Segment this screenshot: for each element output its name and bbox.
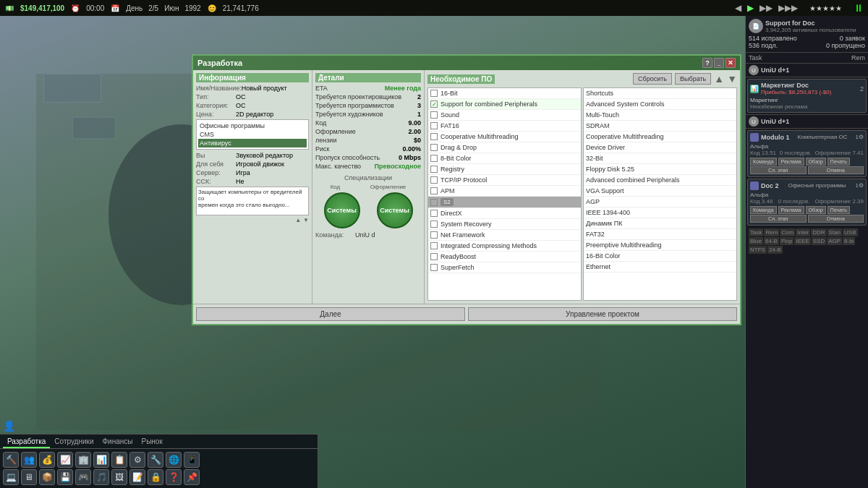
icon-disk[interactable]: 💾	[57, 469, 73, 485]
icon-building[interactable]: 🏢	[75, 452, 91, 468]
select-btn[interactable]: Выбрать	[675, 73, 711, 85]
req-item-readyboost[interactable]: ReadyBoost	[428, 252, 581, 262]
icon-globe[interactable]: 🌐	[166, 452, 182, 468]
req-item2-preempt[interactable]: Preemptive Multithreading	[584, 240, 736, 251]
modulo-team-btn[interactable]: Команда	[750, 158, 777, 166]
req-item2-fat32[interactable]: FAT32	[584, 229, 736, 240]
icon-chart[interactable]: 📈	[57, 452, 73, 468]
icon-hammer[interactable]: 🔨	[3, 452, 19, 468]
req-item-apm[interactable]: APM	[428, 186, 581, 197]
req-item-sysrecovery[interactable]: System Recovery	[428, 219, 581, 230]
support-fixed: 514 исправлено	[749, 35, 797, 42]
req-item2-advsys[interactable]: Advanced System Controls	[584, 99, 736, 110]
icon-box[interactable]: 📦	[39, 469, 55, 485]
req-item2-16bitcolor[interactable]: 16-Bit Color	[584, 251, 736, 262]
top-game-bar: 💵 $149,417,100 ⏰ 00:00 📅 День 2/5 Июн 19…	[0, 0, 868, 16]
req-item2-ethernet[interactable]: Ethernet	[584, 262, 736, 273]
tab-finance[interactable]: Финансы	[98, 436, 137, 448]
req-item2-devicedrv[interactable]: Device Driver	[584, 142, 736, 153]
footer-manage-btn[interactable]: Управление проектом	[468, 307, 737, 321]
req-item-fat16[interactable]: FAT16	[428, 121, 581, 132]
icon-barchart[interactable]: 📊	[93, 452, 109, 468]
req-item-8bit-color[interactable]: 8-Bit Color	[428, 153, 581, 164]
req-item-s2[interactable]: S2	[428, 197, 581, 208]
icon-gear[interactable]: ⚙	[129, 452, 145, 468]
tab-staff[interactable]: Сотрудники	[50, 436, 98, 448]
icon-phone[interactable]: 📱	[184, 452, 200, 468]
req-item2-floppy[interactable]: Floppy Disk 5.25	[584, 164, 736, 175]
icon-help[interactable]: ❓	[166, 469, 182, 485]
req-item2-32bit[interactable]: 32-Bit	[584, 153, 736, 164]
transport-ff1[interactable]: ▶▶	[760, 3, 773, 13]
footer-next-btn[interactable]: Далее	[196, 307, 465, 321]
req-item-netframework[interactable]: Net Framework	[428, 230, 581, 241]
icon-note[interactable]: 📝	[129, 469, 145, 485]
icon-wrench[interactable]: 🔧	[148, 452, 163, 468]
reset-btn[interactable]: Сбросить	[633, 73, 672, 85]
icon-laptop[interactable]: 💻	[3, 469, 19, 485]
dialog-help-btn[interactable]: ?	[702, 58, 712, 68]
details-license-row: лензии $0	[315, 137, 421, 144]
dialog-close-btn[interactable]: ✕	[726, 58, 736, 68]
req-item2-sdram[interactable]: SDRAM	[584, 121, 736, 132]
transport-play[interactable]: ▶	[747, 3, 754, 13]
spec-code-circle[interactable]: Системы	[324, 192, 360, 228]
dialog-minimize-btn[interactable]: _	[714, 58, 724, 68]
req-item-drag-drop[interactable]: Drag & Drop	[428, 142, 581, 153]
doc2-next-btn[interactable]: Сл. этап	[750, 215, 807, 223]
req-item2-ieee[interactable]: IEEE 1394-400	[584, 207, 736, 218]
req-item2-coop[interactable]: Cooperative Multithreading	[584, 132, 736, 142]
req-item2-shortcuts[interactable]: Shortcuts	[584, 88, 736, 99]
req-item-16bit[interactable]: 16-Bit	[428, 88, 581, 99]
doc2-print-btn[interactable]: Печать	[827, 206, 850, 214]
req-item-coop-mt[interactable]: Cooperative Multithreading	[428, 132, 581, 142]
icon-music[interactable]: 🎵	[93, 469, 109, 485]
pause-btn[interactable]: ⏸	[854, 2, 864, 14]
transport-prev[interactable]: ◀	[735, 3, 741, 13]
modulo-next-btn[interactable]: Сл. этап	[750, 166, 807, 174]
info-type-value: ОС	[236, 93, 309, 100]
req-item-registry[interactable]: Registry	[428, 164, 581, 175]
req-item-directx[interactable]: DirectX	[428, 208, 581, 219]
req-item2-multitouch[interactable]: Multi-Touch	[584, 110, 736, 121]
req-item-superfetch[interactable]: SuperFetch	[428, 262, 581, 273]
icon-monitor[interactable]: 🖥	[21, 469, 37, 485]
tab-development[interactable]: Разработка	[3, 436, 50, 448]
req-scroll-down[interactable]: ▼	[727, 73, 737, 85]
icon-users[interactable]: 👥	[21, 452, 37, 468]
req-item2-advperip[interactable]: Advanced combined Peripherals	[584, 175, 736, 186]
req-item2-speaker[interactable]: Динамик ПК	[584, 218, 736, 229]
transport-ff2[interactable]: ▶▶▶	[778, 3, 798, 13]
req-item2-vga[interactable]: VGA Support	[584, 186, 736, 197]
category-list[interactable]: Офисные программы CMS Антивирус	[196, 119, 309, 150]
doc2-ads-btn[interactable]: Реклама	[778, 206, 804, 214]
modulo-print-btn[interactable]: Печать	[827, 158, 850, 166]
list-scroll-up[interactable]: ▲	[295, 217, 301, 223]
icon-image[interactable]: 🖼	[111, 469, 127, 485]
category-item-cms[interactable]: CMS	[198, 130, 307, 139]
category-item-antivirus[interactable]: Антивирус	[198, 139, 307, 147]
req-item-sound[interactable]: Sound	[428, 110, 581, 121]
icon-money[interactable]: 💰	[39, 452, 55, 468]
req-item-tcp[interactable]: TCP/IP Protocol	[428, 175, 581, 186]
req-item-support[interactable]: ✓ Support for combined Peripherals	[428, 99, 581, 110]
req-item2-agp[interactable]: AGP	[584, 197, 736, 207]
modulo-review-btn[interactable]: Обзор	[806, 158, 826, 166]
doc2-team-btn[interactable]: Команда	[750, 206, 777, 214]
icon-game[interactable]: 🎮	[75, 469, 91, 485]
tab-market[interactable]: Рынок	[137, 436, 166, 448]
modulo-cancel-btn[interactable]: Отмена	[808, 166, 864, 174]
list-scroll-down[interactable]: ▼	[303, 217, 309, 223]
spec-design-circle[interactable]: Системы	[377, 192, 413, 228]
req-item-compress[interactable]: Integrated Compressing Methods	[428, 241, 581, 252]
category-item-office[interactable]: Офисные программы	[198, 121, 307, 130]
doc2-cancel-btn[interactable]: Отмена	[808, 215, 864, 223]
doc2-review-btn[interactable]: Обзор	[806, 206, 826, 214]
specialists-section: Специализации Код Оформление Системы Сис…	[315, 174, 421, 228]
tech-usb: USB	[843, 228, 857, 236]
icon-lock[interactable]: 🔒	[148, 469, 163, 485]
modulo-ads-btn[interactable]: Реклама	[778, 158, 804, 166]
req-scroll-up[interactable]: ▲	[714, 73, 724, 85]
icon-clipboard[interactable]: 📋	[111, 452, 127, 468]
icon-pin[interactable]: 📌	[184, 469, 200, 485]
